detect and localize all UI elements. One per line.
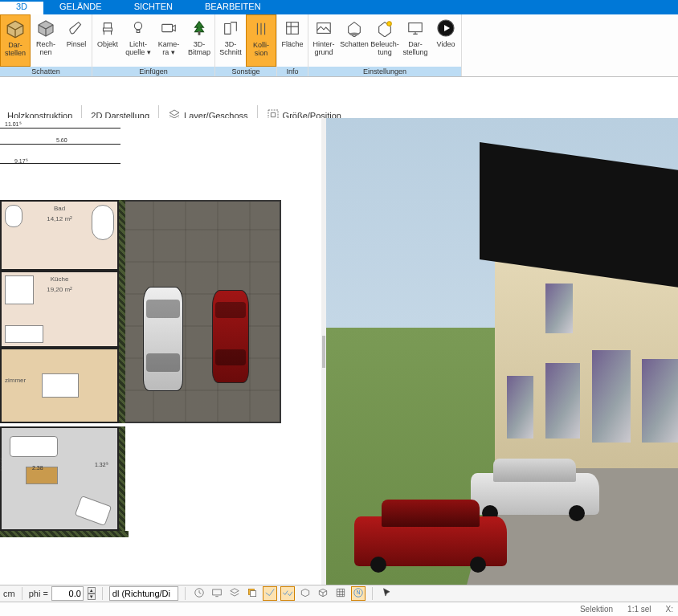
room-zimmer[interactable]: zimmer — [0, 348, 119, 423]
snap-icon — [264, 587, 276, 600]
play-icon — [435, 17, 457, 39]
dim-line — [0, 163, 120, 164]
window-icon — [545, 284, 573, 334]
separator — [185, 587, 186, 600]
direction-input[interactable] — [109, 586, 178, 601]
phi-input[interactable] — [51, 586, 84, 601]
btn-3dbitmap[interactable]: 3D- Bitmap — [184, 14, 214, 67]
brush-icon — [65, 17, 88, 39]
btn-stack[interactable] — [245, 586, 259, 601]
btn-cursor[interactable] — [379, 586, 394, 601]
room-bad[interactable]: Bad14,12 m² — [0, 200, 119, 271]
window-icon — [545, 363, 580, 439]
separator — [102, 587, 103, 600]
dim-line — [0, 128, 120, 129]
grid-icon — [335, 587, 346, 600]
btn-north[interactable]: N — [351, 586, 366, 601]
tab-gelaende[interactable]: GELÄNDE — [43, 0, 118, 14]
phi-spinner[interactable]: ▲▼ — [88, 587, 96, 600]
counter-icon — [5, 275, 34, 304]
group-sonstige: Sonstige — [215, 67, 276, 76]
btn-snap-2[interactable] — [280, 586, 295, 601]
lighting-icon — [374, 17, 396, 39]
unit-label: cm — [3, 589, 15, 598]
spin-up-icon[interactable]: ▲ — [88, 587, 96, 594]
stack-icon — [247, 587, 258, 600]
car-red-topdown[interactable] — [212, 290, 249, 383]
dim-label: 1.32⁵ — [95, 462, 108, 468]
status-bar: Selektion 1:1 sel X: — [0, 602, 678, 616]
camera-icon — [157, 17, 180, 39]
svg-point-0 — [134, 22, 141, 30]
btn-hintergrund[interactable]: Hinter- grund — [308, 14, 339, 67]
car-silver-topdown[interactable] — [143, 287, 183, 391]
btn-pinsel[interactable]: Pinsel — [61, 14, 92, 67]
btn-screen[interactable] — [210, 586, 224, 601]
tree-icon — [188, 17, 210, 39]
btn-beleuchtung[interactable]: Beleuch- tung — [370, 14, 400, 67]
pane-3d-view[interactable] — [326, 118, 678, 585]
btn-darstellung[interactable]: Dar- stellung — [400, 14, 431, 67]
dim-line — [0, 144, 120, 145]
section-icon — [219, 17, 242, 39]
phi-label: phi = — [29, 589, 48, 598]
btn-wire[interactable] — [316, 586, 330, 601]
pane-2d-plan[interactable]: 11.01⁵ 5.60 9.17⁵ Bad14,12 m² Küche19,20… — [0, 118, 321, 585]
group-einfuegen: Einfügen — [92, 67, 214, 76]
house-3d — [495, 258, 678, 467]
btn-objekt[interactable]: Objekt — [92, 14, 123, 67]
btn-darstellen[interactable]: Dar- stellen — [0, 14, 31, 67]
btn-lichtquelle[interactable]: Licht- quelle ▾ — [123, 14, 153, 67]
render-icon — [35, 17, 57, 39]
tab-sichten[interactable]: SICHTEN — [118, 0, 189, 14]
bathtub-icon — [92, 205, 114, 240]
display-icon — [404, 17, 427, 39]
window-icon — [507, 376, 534, 439]
btn-cube[interactable] — [298, 586, 312, 601]
dim-label: 10.35 — [0, 457, 2, 471]
room-kueche[interactable]: Küche19,20 m² — [0, 271, 119, 348]
btn-rechnen[interactable]: Rech- nen — [31, 14, 61, 67]
btn-grid[interactable] — [333, 586, 348, 601]
btn-layers[interactable] — [227, 586, 242, 601]
btn-3dschnitt[interactable]: 3D- Schnitt — [215, 14, 246, 67]
svg-rect-6 — [409, 23, 423, 32]
cursor-icon — [381, 587, 392, 600]
hedge — [0, 531, 129, 537]
tab-3d[interactable]: 3D — [0, 0, 43, 14]
toilet-icon — [5, 205, 22, 227]
layers-icon — [229, 587, 240, 600]
svg-rect-12 — [251, 591, 256, 597]
floorplan: 11.01⁵ 5.60 9.17⁵ Bad14,12 m² Küche19,20… — [0, 118, 321, 585]
tab-bearbeiten[interactable]: BEARBEITEN — [189, 0, 277, 14]
main-tabs: 3D GELÄNDE SICHTEN BEARBEITEN — [0, 0, 678, 14]
table-icon — [42, 373, 79, 398]
btn-snap-1[interactable] — [263, 586, 277, 601]
spin-down-icon[interactable]: ▼ — [88, 594, 96, 600]
bottom-toolbar: cm phi = ▲▼ N — [0, 585, 678, 602]
room-lower[interactable] — [0, 426, 119, 531]
chair-icon — [96, 17, 119, 39]
shadow-icon — [343, 17, 366, 39]
sofa-icon — [75, 496, 112, 526]
btn-clock[interactable] — [192, 586, 206, 601]
btn-kollision[interactable]: Kolli- sion — [246, 14, 276, 67]
dim-label: 5.60 — [56, 137, 67, 143]
svg-point-5 — [387, 22, 392, 27]
north-icon: N — [353, 587, 364, 600]
status-scale: 1:1 sel — [627, 605, 651, 614]
window-icon — [592, 350, 631, 443]
dim-label: 2.38 — [32, 465, 43, 471]
sofa-icon — [10, 436, 58, 457]
btn-schatten-einst[interactable]: Schatten — [339, 14, 370, 67]
window-icon — [642, 359, 678, 443]
svg-rect-1 — [162, 24, 173, 31]
separator — [22, 587, 22, 600]
svg-rect-10 — [213, 589, 222, 595]
group-einstellungen: Einstellungen — [308, 67, 461, 76]
car-silver-3d — [471, 473, 599, 515]
btn-kamera[interactable]: Kame- ra ▾ — [153, 14, 184, 67]
svg-rect-2 — [287, 22, 299, 35]
btn-video[interactable]: Video — [431, 14, 461, 67]
btn-flaeche[interactable]: Fläche — [277, 14, 308, 67]
